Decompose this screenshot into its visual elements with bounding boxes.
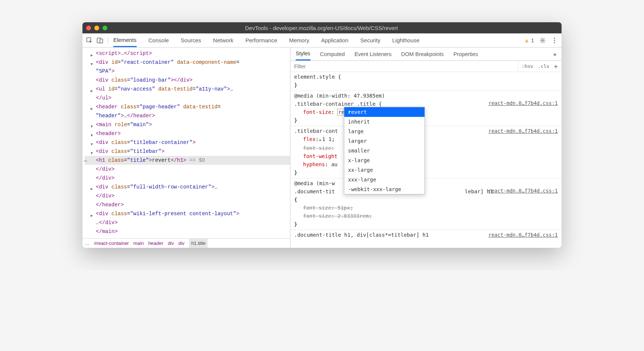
rule-element-style[interactable]: element.style { } <box>290 72 562 91</box>
styles-filter-input[interactable] <box>290 61 518 72</box>
svg-point-4 <box>554 37 555 39</box>
tab-memory[interactable]: Memory <box>289 34 309 46</box>
rule-document-title-media[interactable]: react-mdn.0…f7b4d.css:1 @media (min-w .d… <box>290 178 562 230</box>
warning-count: 1 <box>531 37 534 43</box>
devtools-window: DevTools - developer.mozilla.org/en-US/d… <box>82 22 562 248</box>
cls-toggle[interactable]: .cls <box>538 63 549 69</box>
rule-document-title[interactable]: react-mdn.0…f7b4d.css:1 .document-title … <box>290 230 562 240</box>
svg-rect-2 <box>100 39 103 43</box>
breadcrumb-overflow[interactable]: … <box>85 239 90 248</box>
inspect-element-icon[interactable] <box>86 37 93 44</box>
tab-elements[interactable]: Elements <box>113 34 137 47</box>
crumb-main[interactable]: main <box>133 239 144 248</box>
tab-lighthouse[interactable]: Lighthouse <box>392 34 419 46</box>
autocomplete-popup[interactable]: revert inherit large larger smaller x-la… <box>344 107 425 194</box>
ac-item[interactable]: smaller <box>344 146 425 155</box>
warnings-badge[interactable]: ▲ 1 <box>524 37 534 43</box>
device-toggle-icon[interactable] <box>97 37 103 44</box>
zoom-window-button[interactable] <box>103 26 107 30</box>
main-toolbar: Elements Console Sources Network Perform… <box>82 33 562 47</box>
crumb-header[interactable]: header <box>148 239 163 248</box>
styles-filter-row: :hov .cls + <box>290 61 562 72</box>
selected-dom-node[interactable]: <h1 class="title">revert</h1> == $0 <box>85 156 290 165</box>
elements-panel: <script>…</script> <div id="react-contai… <box>82 47 290 248</box>
ac-item[interactable]: xx-large <box>344 165 425 175</box>
tab-console[interactable]: Console <box>149 34 169 46</box>
ac-item[interactable]: xxx-large <box>344 175 425 184</box>
breadcrumb: … #react-container main header div div h… <box>82 238 290 248</box>
crumb-div2[interactable]: div <box>178 239 185 248</box>
tab-application[interactable]: Application <box>321 34 348 46</box>
warning-icon: ▲ <box>524 37 530 43</box>
ac-item[interactable]: larger <box>344 136 425 146</box>
styles-subtabs: Styles Computed Event Listeners DOM Brea… <box>290 47 562 61</box>
tab-security[interactable]: Security <box>360 34 380 46</box>
subtab-properties[interactable]: Properties <box>453 48 478 60</box>
styles-panel: Styles Computed Event Listeners DOM Brea… <box>290 47 562 248</box>
ac-item[interactable]: large <box>344 127 425 136</box>
dom-node[interactable]: <script> <box>96 50 121 56</box>
subtab-styles[interactable]: Styles <box>296 47 310 60</box>
panel-tabs: Elements Console Sources Network Perform… <box>113 34 524 47</box>
svg-point-3 <box>542 39 544 41</box>
rule-media-title[interactable]: react-mdn.0…f7b4d.css:1 @media (min-widt… <box>290 91 562 126</box>
window-titlebar: DevTools - developer.mozilla.org/en-US/d… <box>82 22 562 33</box>
source-link[interactable]: react-mdn.0…f7b4d.css:1 <box>488 187 558 195</box>
tab-network[interactable]: Network <box>213 34 234 46</box>
tab-sources[interactable]: Sources <box>181 34 201 46</box>
ac-item[interactable]: inherit <box>344 117 425 127</box>
close-window-button[interactable] <box>86 26 91 30</box>
styles-rules: element.style { } react-mdn.0…f7b4d.css:… <box>290 72 562 248</box>
subtab-event-listeners[interactable]: Event Listeners <box>354 48 391 60</box>
content-area: <script>…</script> <div id="react-contai… <box>82 47 562 248</box>
ac-item[interactable]: x-large <box>344 155 425 165</box>
source-link[interactable]: react-mdn.0…f7b4d.css:1 <box>488 231 558 239</box>
traffic-lights <box>86 26 107 30</box>
subtab-dom-breakpoints[interactable]: DOM Breakpoints <box>401 48 443 60</box>
svg-point-6 <box>554 42 555 43</box>
tab-performance[interactable]: Performance <box>245 34 277 46</box>
more-tabs-icon[interactable]: » <box>553 51 556 57</box>
new-style-rule-button[interactable]: + <box>554 62 558 70</box>
hov-toggle[interactable]: :hov <box>522 63 533 69</box>
crumb-react-container[interactable]: #react-container <box>94 239 129 248</box>
settings-icon[interactable] <box>539 37 546 44</box>
dom-tree[interactable]: <script>…</script> <div id="react-contai… <box>82 47 290 238</box>
source-link[interactable]: react-mdn.0…f7b4d.css:1 <box>488 127 558 135</box>
ac-item-revert[interactable]: revert <box>344 107 425 117</box>
window-title: DevTools - developer.mozilla.org/en-US/d… <box>115 25 528 31</box>
kebab-menu-icon[interactable] <box>551 37 558 44</box>
crumb-div1[interactable]: div <box>168 239 174 248</box>
rule-titlebar-container[interactable]: react-mdn.0…f7b4d.css:1 .titlebar-cont f… <box>290 126 562 178</box>
svg-point-5 <box>554 40 555 41</box>
ac-item[interactable]: -webkit-xxx-large <box>344 184 425 194</box>
crumb-h1-title[interactable]: h1.title <box>189 238 208 248</box>
minimize-window-button[interactable] <box>94 26 99 30</box>
source-link[interactable]: react-mdn.0…f7b4d.css:1 <box>488 99 558 107</box>
subtab-computed[interactable]: Computed <box>320 48 345 60</box>
